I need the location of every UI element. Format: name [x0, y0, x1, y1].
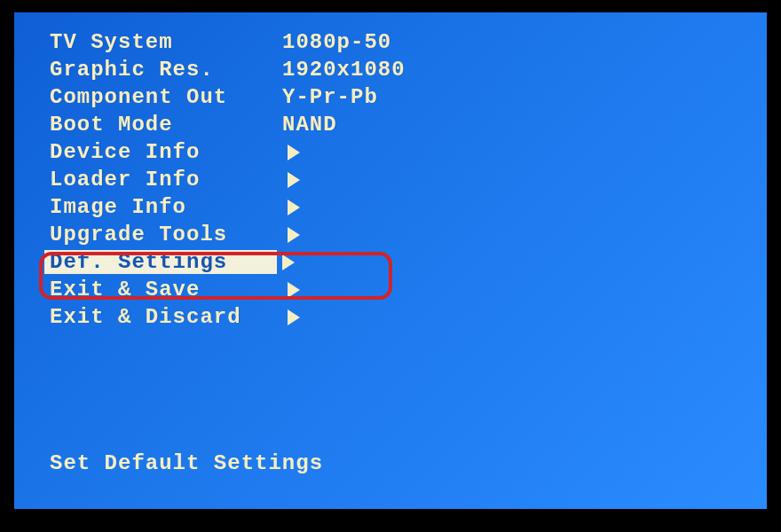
menu-value: 1920x1080 [282, 58, 406, 82]
menu-item-device-info[interactable]: Device Info [50, 138, 767, 166]
menu-value: Y-Pr-Pb [282, 85, 378, 109]
menu-label: Exit & Save [50, 278, 282, 301]
menu-item-image-info[interactable]: Image Info [50, 193, 767, 221]
menu-value: 1080p-50 [282, 30, 391, 54]
status-text: Set Default Settings [50, 451, 323, 475]
menu-label: Loader Info [50, 168, 282, 192]
submenu-arrow-icon [288, 145, 300, 160]
menu-item-boot-mode[interactable]: Boot Mode NAND [50, 111, 767, 138]
menu-label: Image Info [50, 195, 282, 219]
menu-label: TV System [50, 30, 282, 54]
menu-item-component-out[interactable]: Component Out Y-Pr-Pb [50, 83, 767, 111]
submenu-arrow-icon [288, 200, 300, 215]
submenu-arrow-icon [288, 282, 300, 298]
menu-item-exit-save[interactable]: Exit & Save [50, 276, 767, 303]
menu-label: Exit & Discard [50, 305, 282, 329]
submenu-arrow-icon [282, 254, 295, 270]
bios-screen: TV System 1080p-50 Graphic Res. 1920x108… [14, 12, 767, 509]
menu-item-upgrade-tools[interactable]: Upgrade Tools [50, 221, 767, 248]
menu-label: Boot Mode [50, 113, 282, 137]
menu-item-tv-system[interactable]: TV System 1080p-50 [50, 28, 767, 56]
menu-item-exit-discard[interactable]: Exit & Discard [50, 303, 767, 331]
menu-label: Device Info [50, 140, 282, 164]
menu-item-def-settings[interactable]: Def. Settings [50, 248, 767, 276]
submenu-arrow-icon [288, 309, 300, 325]
menu-item-loader-info[interactable]: Loader Info [50, 166, 767, 193]
submenu-arrow-icon [288, 227, 300, 243]
menu-label: Component Out [50, 85, 282, 109]
menu-label: Def. Settings [44, 250, 277, 274]
menu-label: Upgrade Tools [50, 223, 282, 246]
menu-label: Graphic Res. [50, 58, 282, 82]
submenu-arrow-icon [288, 172, 300, 188]
menu-value: NAND [282, 113, 337, 137]
menu-item-graphic-res[interactable]: Graphic Res. 1920x1080 [50, 56, 767, 83]
